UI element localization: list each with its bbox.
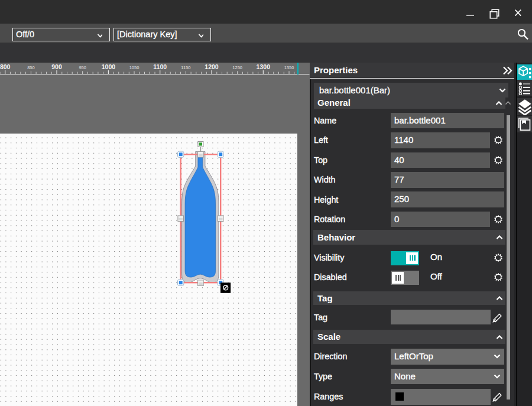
svg-text:1250: 1250: [232, 65, 242, 70]
svg-text:1150: 1150: [181, 65, 190, 70]
svg-text:1350: 1350: [284, 65, 294, 70]
svg-text:1300: 1300: [257, 63, 271, 70]
svg-text:1100: 1100: [153, 63, 167, 70]
svg-text:1000: 1000: [102, 63, 116, 70]
svg-text:850: 850: [27, 65, 35, 70]
svg-text:800: 800: [0, 63, 11, 70]
svg-text:1050: 1050: [129, 65, 140, 70]
svg-text:1200: 1200: [205, 63, 219, 70]
svg-text:900: 900: [51, 63, 62, 70]
svg-text:950: 950: [79, 65, 86, 70]
